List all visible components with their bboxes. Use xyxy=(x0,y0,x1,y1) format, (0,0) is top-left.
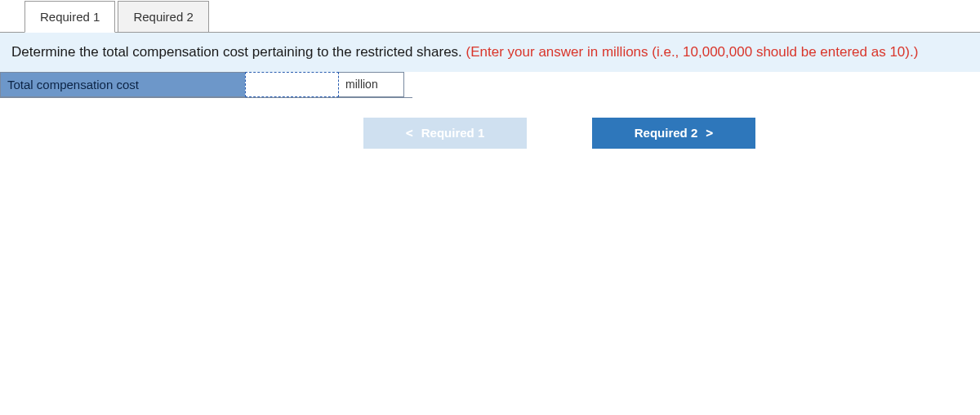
answer-unit: million xyxy=(339,72,404,97)
question-panel: Determine the total compensation cost pe… xyxy=(0,32,980,149)
instructions-main: Determine the total compensation cost pe… xyxy=(11,44,462,60)
answer-input-cell xyxy=(245,72,339,97)
next-button[interactable]: Required 2 > xyxy=(592,118,755,149)
answer-row: Total compensation cost million xyxy=(0,72,412,98)
instructions-hint: (Enter your answer in millions (i.e., 10… xyxy=(466,44,919,60)
nav-buttons: < Required 1 Required 2 > xyxy=(0,118,980,149)
next-button-label: Required 2 xyxy=(635,126,698,140)
chevron-left-icon: < xyxy=(406,126,413,141)
prev-button[interactable]: < Required 1 xyxy=(363,118,527,149)
tab-label: Required 1 xyxy=(40,10,100,24)
prev-button-label: Required 1 xyxy=(421,126,485,140)
chevron-right-icon: > xyxy=(706,126,713,141)
tab-required-1[interactable]: Required 1 xyxy=(24,1,115,33)
tab-required-2[interactable]: Required 2 xyxy=(118,1,208,33)
tab-label: Required 2 xyxy=(133,10,193,24)
tab-bar: Required 1 Required 2 xyxy=(24,1,980,33)
instructions: Determine the total compensation cost pe… xyxy=(0,33,980,72)
answer-label: Total compensation cost xyxy=(0,72,245,97)
total-compensation-input[interactable] xyxy=(247,74,336,95)
